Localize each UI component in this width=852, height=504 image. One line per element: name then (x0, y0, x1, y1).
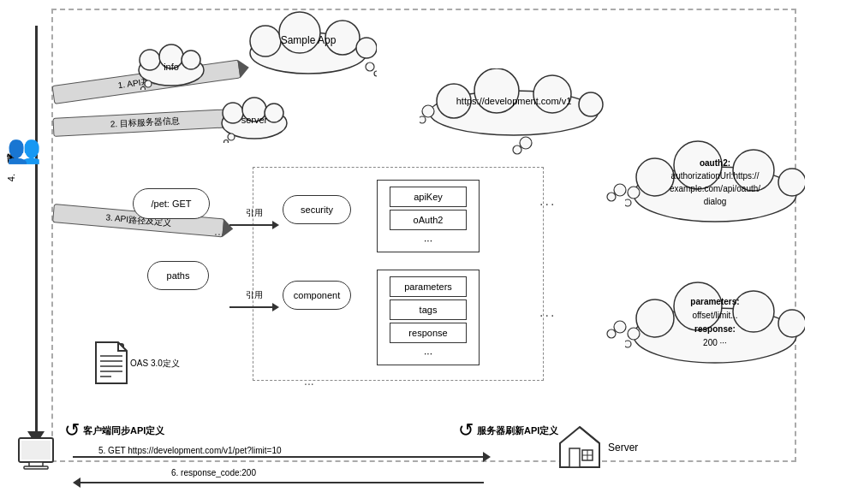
cloud-info-text: info (133, 62, 210, 72)
cloud-server: server (216, 96, 293, 143)
client-sync-area: ↺ 客户端同步API定义 (64, 419, 164, 442)
component-box: component (283, 281, 351, 310)
svg-point-63 (520, 137, 532, 149)
dots-url-connect: ··· (539, 197, 556, 212)
response-box: response (390, 323, 467, 343)
svg-point-4 (145, 80, 152, 87)
users-icon: 👥 (7, 133, 41, 165)
sync-icon-client: ↺ (64, 419, 80, 442)
svg-point-17 (366, 62, 374, 71)
quote-arrow-2: 引用 (224, 289, 284, 311)
svg-point-21 (474, 68, 519, 113)
cloud-url-text: https://development.com/v1 (420, 96, 608, 106)
security-box: security (283, 195, 351, 224)
vertical-label-4: 4. 未实现端 (5, 171, 18, 181)
dots-params-connect: ··· (539, 308, 556, 323)
cloud-server-text: server (216, 115, 293, 125)
response-arrow (73, 477, 484, 488)
client-sync-label: 客户端同步API定义 (83, 424, 164, 437)
dots-security: ··· (381, 233, 475, 248)
apikey-box: apiKey (390, 187, 467, 207)
svg-marker-47 (96, 342, 127, 383)
cloud-params: parameters: offset/limit... response: 20… (625, 274, 805, 368)
cloud-oauth2-text: oauth2: authorizationUrl:https:// exampl… (634, 157, 796, 208)
server-refresh-label: 服务器刷新API定义 (477, 424, 558, 437)
svg-rect-56 (24, 466, 48, 469)
quote-arrow-1: 引用 (224, 207, 284, 229)
svg-point-10 (228, 133, 235, 140)
sync-icon-server: ↺ (458, 419, 474, 442)
component-items-group: parameters tags response ··· (377, 270, 480, 365)
oas-doc-icon-2 (92, 341, 130, 388)
svg-point-14 (279, 12, 320, 53)
cloud-url: https://development.com/v1 (420, 68, 608, 137)
svg-point-11 (224, 140, 229, 144)
tags-box: tags (390, 299, 467, 320)
svg-point-67 (614, 321, 626, 333)
dots-pet: ··· (214, 227, 224, 240)
svg-point-5 (141, 87, 146, 91)
small-bubbles-params (605, 317, 630, 345)
svg-point-65 (614, 184, 626, 196)
arrow-server-label: 2. 目标服务器信息 (110, 115, 180, 130)
svg-point-18 (374, 71, 377, 76)
server-refresh-area: ↺ 服务器刷新API定义 (458, 419, 558, 442)
response-label: 6. response_code:200 (171, 468, 256, 477)
small-bubbles-oauth (605, 180, 630, 208)
get-request-label: 5. GET https://development.com/v1/pet?li… (98, 446, 282, 455)
svg-point-62 (513, 145, 521, 154)
security-items-group: apiKey oAuth2 ··· (377, 180, 480, 252)
svg-rect-58 (569, 448, 580, 467)
pet-get-box: /pet: GET (133, 188, 210, 219)
get-request-arrow (73, 456, 484, 458)
parameters-box: parameters (390, 276, 467, 297)
dots-component: ··· (381, 346, 475, 361)
dots-main-bottom: ··· (304, 377, 314, 390)
svg-point-64 (607, 193, 616, 201)
svg-point-24 (422, 105, 434, 117)
cloud-oauth2: oauth2: authorizationUrl:https:// exampl… (625, 133, 805, 227)
cloud-params-text: parameters: offset/limit... response: 20… (634, 295, 796, 350)
paths-box: paths (147, 261, 209, 290)
oas-label: OAS 3.0定义 (130, 358, 180, 370)
cloud-sample-app-text: Sample App (240, 34, 377, 46)
house-icon (557, 424, 604, 474)
cloud-sample-app: Sample App (240, 9, 377, 77)
computer-icon (17, 436, 60, 477)
small-bubbles-url (510, 133, 536, 161)
server-label: Server (608, 442, 638, 454)
cloud-info: info (133, 43, 210, 90)
svg-point-25 (420, 116, 426, 123)
svg-point-22 (533, 75, 571, 113)
left-vertical-arrow (26, 26, 46, 445)
svg-rect-54 (21, 441, 51, 460)
svg-point-66 (607, 329, 616, 338)
oauth2-box: oAuth2 (390, 210, 467, 230)
